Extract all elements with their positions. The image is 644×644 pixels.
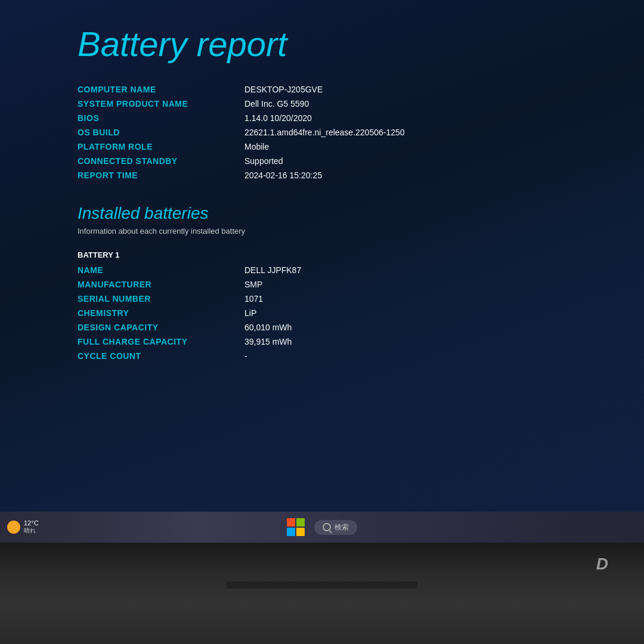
battery-info-label: NAME: [78, 265, 244, 275]
battery-header: BATTERY 1: [78, 250, 566, 259]
system-info-row: BIOS1.14.0 10/20/2020: [78, 113, 566, 123]
weather-widget: 12°C 晴れ: [7, 519, 39, 535]
page-title: Battery report: [78, 24, 566, 64]
system-info-row: REPORT TIME2024-02-16 15:20:25: [78, 171, 566, 180]
battery-info-label: CYCLE COUNT: [78, 351, 244, 361]
system-info-row: PLATFORM ROLEMobile: [78, 142, 566, 151]
system-info-label: BIOS: [78, 113, 244, 123]
system-info-value: DESKTOP-J205GVE: [244, 85, 323, 94]
battery-info-label: DESIGN CAPACITY: [78, 323, 244, 332]
system-info-row: OS BUILD22621.1.amd64fre.ni_release.2205…: [78, 128, 566, 137]
battery-info-row: CYCLE COUNT-: [78, 351, 566, 361]
battery-info-value: 1071: [244, 294, 263, 304]
weather-condition: 晴れ: [24, 527, 39, 535]
system-info-label: PLATFORM ROLE: [78, 142, 244, 151]
battery-info-value: SMP: [244, 280, 262, 289]
keyboard-area: [227, 581, 417, 589]
battery-info-row: SERIAL NUMBER1071: [78, 294, 566, 304]
system-info-value: 22621.1.amd64fre.ni_release.220506-1250: [244, 128, 405, 137]
system-info-row: SYSTEM PRODUCT NAMEDell Inc. G5 5590: [78, 99, 566, 109]
system-info-label: SYSTEM PRODUCT NAME: [78, 99, 244, 109]
battery-info-value: 39,915 mWh: [244, 337, 292, 346]
system-info-value: Mobile: [244, 142, 269, 151]
taskbar: 12°C 晴れ 検索: [0, 512, 644, 543]
battery-info-value: 60,010 mWh: [244, 323, 292, 332]
system-info-value: Dell Inc. G5 5590: [244, 99, 309, 109]
weather-icon: [7, 521, 20, 534]
windows-logo[interactable]: [287, 518, 305, 536]
search-bar[interactable]: 検索: [314, 520, 357, 535]
system-info-value: Supported: [244, 156, 283, 166]
weather-text: 12°C 晴れ: [24, 519, 39, 535]
system-info-label: COMPUTER NAME: [78, 85, 244, 94]
battery-info-row: MANUFACTURERSMP: [78, 280, 566, 289]
system-info-section: COMPUTER NAMEDESKTOP-J205GVESYSTEM PRODU…: [78, 85, 566, 180]
battery-info-row: DESIGN CAPACITY60,010 mWh: [78, 323, 566, 332]
system-info-label: CONNECTED STANDBY: [78, 156, 244, 166]
battery-info-row: CHEMISTRYLiP: [78, 308, 566, 318]
system-info-value: 1.14.0 10/20/2020: [244, 113, 312, 123]
search-icon: [323, 523, 331, 531]
battery-info-label: CHEMISTRY: [78, 308, 244, 318]
taskbar-center: 検索: [287, 518, 357, 536]
system-info-label: OS BUILD: [78, 128, 244, 137]
laptop-body: D: [0, 543, 644, 644]
system-info-row: COMPUTER NAMEDESKTOP-J205GVE: [78, 85, 566, 94]
battery-info-row: NAMEDELL JJPFK87: [78, 265, 566, 275]
search-label: 検索: [335, 522, 349, 532]
installed-batteries-subtitle: Information about each currently install…: [78, 227, 566, 236]
weather-temp: 12°C: [24, 519, 39, 527]
windows-logo-q1: [287, 518, 295, 527]
system-info-value: 2024-02-16 15:20:25: [244, 171, 322, 180]
screen-content: Battery report COMPUTER NAMEDESKTOP-J205…: [0, 0, 644, 512]
battery-info-value: DELL JJPFK87: [244, 265, 301, 275]
battery-section: Installed batteries Information about ea…: [78, 204, 566, 361]
battery-info-row: FULL CHARGE CAPACITY39,915 mWh: [78, 337, 566, 346]
windows-logo-q4: [296, 528, 305, 536]
windows-logo-q3: [287, 528, 295, 536]
windows-logo-q2: [296, 518, 305, 527]
system-info-label: REPORT TIME: [78, 171, 244, 180]
battery-info-label: FULL CHARGE CAPACITY: [78, 337, 244, 346]
installed-batteries-title: Installed batteries: [78, 204, 566, 223]
battery-info-value: LiP: [244, 308, 256, 318]
battery-info-value: -: [244, 351, 247, 361]
battery-info-label: MANUFACTURER: [78, 280, 244, 289]
system-info-row: CONNECTED STANDBYSupported: [78, 156, 566, 166]
laptop-brand-logo: D: [596, 555, 608, 574]
battery-info-label: SERIAL NUMBER: [78, 294, 244, 304]
